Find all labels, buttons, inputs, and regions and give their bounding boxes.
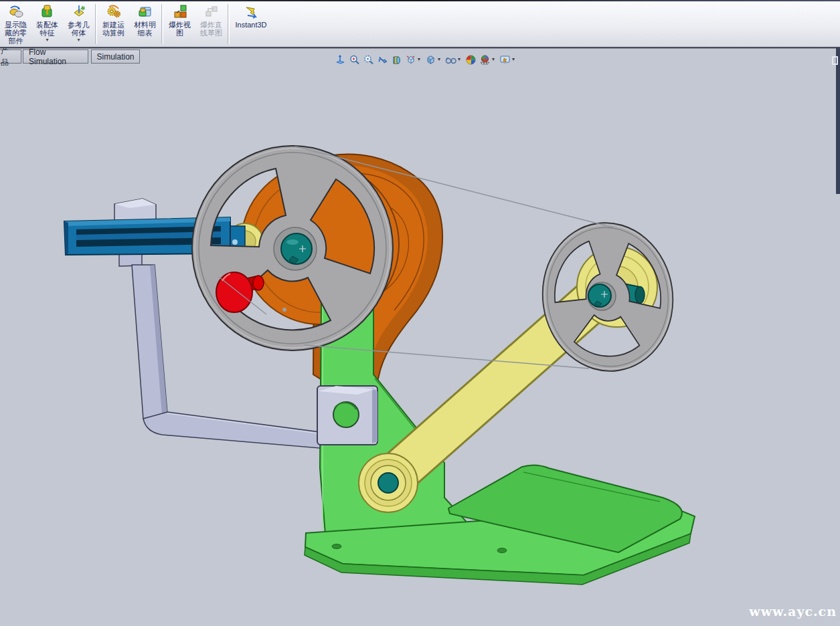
bill-of-materials-icon	[137, 3, 154, 21]
assembly-features-dropdown[interactable]: ▾	[46, 37, 48, 43]
toolbar-separator	[161, 4, 163, 44]
view-settings-icon[interactable]	[498, 54, 512, 66]
toolbar-button-reference-geometry[interactable]: 参考几 何体 ▾	[63, 1, 94, 47]
toolbar-separator	[228, 4, 230, 44]
assembly-model	[0, 49, 840, 626]
hub-shaft-left[interactable]	[281, 233, 312, 264]
toolbar-button-assembly-features[interactable]: 装配体 特征 ▾	[31, 1, 63, 47]
tab-product[interactable]: 产品	[0, 49, 21, 64]
toolbar-button-bill-of-materials[interactable]: 材料明 细表	[129, 1, 161, 47]
view-orientation-dropdown[interactable]: ▾	[418, 57, 424, 62]
zoom-in-out-icon[interactable]	[361, 54, 375, 66]
explode-line-sketch-icon	[203, 3, 220, 21]
zoom-to-area-icon[interactable]	[347, 54, 361, 66]
section-view-icon[interactable]	[390, 54, 404, 66]
show-hidden-components-icon	[7, 3, 25, 21]
watermark: www.ayc.cn	[749, 604, 837, 619]
tab-simulation[interactable]: Simulation	[91, 49, 140, 64]
apply-scene-dropdown[interactable]: ▾	[492, 57, 498, 62]
exploded-view-icon	[171, 3, 189, 21]
hide-show-items-icon[interactable]	[444, 54, 458, 66]
toolbar-separator	[95, 4, 97, 44]
assembly-features-icon	[39, 3, 56, 21]
pivot-pin[interactable]	[378, 473, 398, 493]
hide-show-items-dropdown[interactable]: ▾	[458, 57, 464, 62]
tab-flow-simulation[interactable]: Flow Simulation	[23, 49, 88, 64]
graphics-viewport[interactable]: www.ayc.cn	[0, 49, 840, 626]
viewport-corner-widget[interactable]	[832, 56, 838, 65]
view-settings-dropdown[interactable]: ▾	[512, 57, 518, 62]
view-orientation-icon[interactable]	[404, 54, 418, 66]
instant3d-icon	[242, 3, 260, 21]
command-manager-toolbar: 显示隐 藏的零 部件 装配体 特征 ▾ 参考几 何体 ▾ 新建运 动算例 材料明…	[0, 1, 840, 48]
heads-up-view-toolbar: ▾ ▾ ▾ ▾ ▾	[333, 53, 518, 66]
toolbar-button-instant3d[interactable]: Instant3D	[230, 1, 272, 47]
zoom-to-fit-icon[interactable]	[333, 54, 347, 66]
vertex-marker	[282, 308, 286, 312]
toolbar-button-new-motion-study[interactable]: 新建运 动算例	[98, 1, 129, 47]
toolbar-button-exploded-view[interactable]: 爆炸视 图	[164, 1, 195, 47]
toolbar-button-explode-line-sketch[interactable]: 爆炸直 线草图	[195, 1, 227, 47]
reference-geometry-icon	[70, 3, 88, 21]
reference-geometry-dropdown[interactable]: ▾	[77, 37, 80, 43]
display-style-icon[interactable]	[424, 54, 438, 66]
display-style-dropdown[interactable]: ▾	[438, 57, 444, 62]
edit-appearance-icon[interactable]	[464, 54, 478, 66]
apply-scene-icon[interactable]	[478, 54, 492, 66]
toolbar-button-show-hidden-components[interactable]: 显示隐 藏的零 部件	[0, 1, 31, 47]
new-motion-study-icon	[105, 3, 122, 21]
previous-view-icon[interactable]	[375, 54, 390, 66]
